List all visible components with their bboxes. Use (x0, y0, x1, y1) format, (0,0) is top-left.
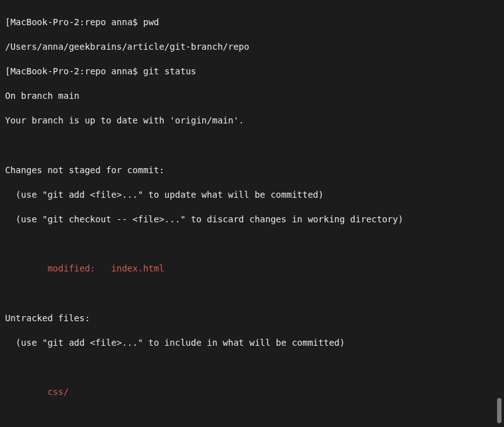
uptodate-line: Your branch is up to date with 'origin/m… (5, 115, 499, 127)
terminal-output[interactable]: [MacBook-Pro-2:repo anna$ pwd /Users/ann… (5, 4, 499, 427)
untracked-file: css/ (5, 386, 499, 399)
scrollbar[interactable] (497, 0, 501, 427)
hint-checkout: (use "git checkout -- <file>..." to disc… (5, 214, 499, 226)
branch-line: On branch main (5, 90, 499, 103)
command-pwd: pwd (143, 17, 159, 27)
hint-add-update: (use "git add <file>..." to update what … (5, 189, 499, 202)
hint-add-include: (use "git add <file>..." to include in w… (5, 337, 499, 350)
prompt-line-status1: [MacBook-Pro-2:repo anna$ git status (5, 65, 499, 78)
modified-unstaged: modified: index.html (5, 263, 499, 275)
prompt-line-pwd: [MacBook-Pro-2:repo anna$ pwd (5, 16, 499, 29)
command-git-status: git status (143, 66, 196, 76)
scrollbar-thumb[interactable] (497, 398, 501, 423)
pwd-output: /Users/anna/geekbrains/article/git-branc… (5, 41, 499, 54)
not-staged-header: Changes not staged for commit: (5, 164, 499, 177)
untracked-header: Untracked files: (5, 312, 499, 325)
